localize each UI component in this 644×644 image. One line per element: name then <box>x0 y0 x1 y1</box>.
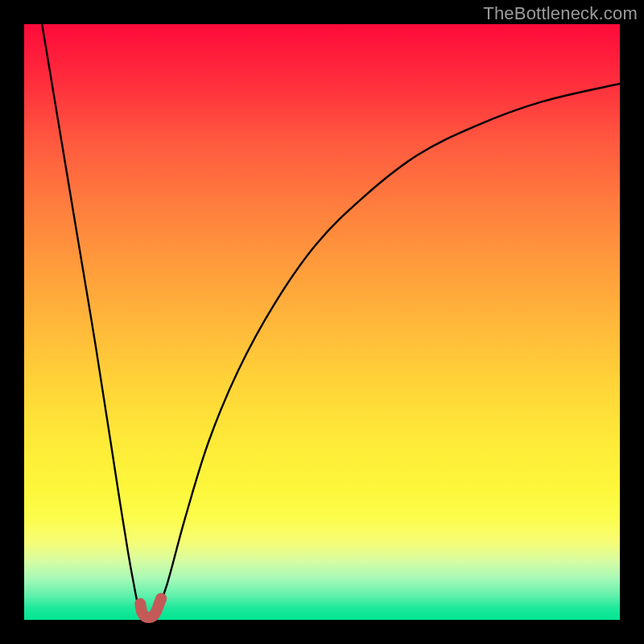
plot-area <box>24 24 620 620</box>
left-curve <box>42 24 155 619</box>
marker-hook <box>140 598 161 617</box>
right-curve <box>155 84 620 617</box>
watermark-text: TheBottleneck.com <box>483 3 638 24</box>
chart-svg <box>24 24 620 620</box>
chart-frame: TheBottleneck.com <box>0 0 644 644</box>
